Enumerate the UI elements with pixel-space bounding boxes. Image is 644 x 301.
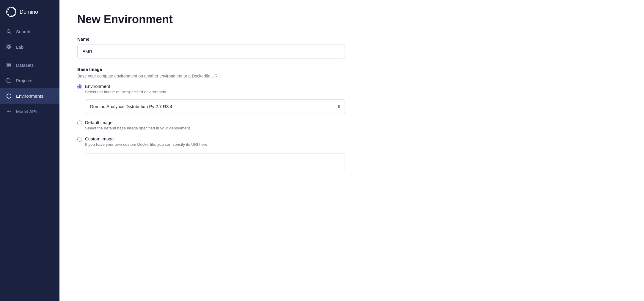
sidebar-item-projects[interactable]: Projects — [0, 73, 59, 88]
sidebar-item-label: Datasets — [16, 63, 34, 68]
svg-point-4 — [14, 14, 15, 15]
main-content: New Environment Name Base Image Base you… — [59, 0, 644, 301]
sidebar-navigation: Search Lab Datasets — [0, 24, 59, 119]
svg-rect-14 — [10, 47, 11, 49]
environments-icon — [6, 93, 12, 99]
radio-default-labels: Default image Select the default base im… — [85, 120, 191, 133]
sidebar-item-lab[interactable]: Lab — [0, 39, 59, 55]
svg-line-10 — [10, 32, 11, 33]
radio-default-label[interactable]: Default image — [85, 120, 191, 125]
sidebar-item-label: Model APIs — [16, 109, 39, 114]
svg-rect-11 — [7, 45, 8, 46]
environment-select-wrapper: Domino Analytics Distribution Py 2.7 R3.… — [85, 99, 345, 113]
name-input[interactable] — [77, 45, 345, 58]
svg-point-8 — [8, 9, 9, 10]
name-label: Name — [77, 37, 345, 42]
radio-section-default: Default image Select the default base im… — [77, 120, 345, 133]
radio-custom-labels: Custom image If you have your own custom… — [85, 136, 208, 150]
model-apis-icon — [6, 108, 12, 114]
new-environment-form: Name Base Image Base your compute enviro… — [77, 37, 345, 171]
svg-rect-12 — [10, 45, 11, 46]
svg-rect-13 — [7, 47, 8, 49]
svg-point-3 — [15, 11, 16, 12]
sidebar-divider — [5, 56, 55, 56]
projects-icon — [6, 77, 12, 83]
radio-option-default: Default image Select the default base im… — [77, 120, 345, 133]
sidebar-item-environments[interactable]: Environments — [0, 88, 59, 104]
svg-point-0 — [7, 7, 16, 17]
radio-environment-description: Select the image of the specified enviro… — [85, 90, 167, 94]
sidebar-item-search[interactable]: Search — [0, 24, 59, 39]
svg-rect-16 — [7, 65, 11, 66]
svg-point-2 — [14, 9, 15, 10]
sidebar: Domino Search Lab — [0, 0, 59, 301]
radio-section-custom: Custom image If you have your own custom… — [77, 136, 345, 171]
radio-custom-label[interactable]: Custom image — [85, 136, 208, 141]
svg-point-6 — [8, 14, 9, 15]
sidebar-item-label: Environments — [16, 94, 43, 99]
search-icon — [6, 28, 12, 34]
radio-environment-labels: Environment Select the image of the spec… — [85, 84, 167, 97]
radio-environment[interactable] — [77, 84, 82, 89]
svg-point-7 — [7, 11, 8, 12]
radio-option-environment: Environment Select the image of the spec… — [77, 84, 345, 97]
svg-rect-15 — [7, 63, 11, 64]
radio-custom[interactable] — [77, 137, 82, 142]
svg-point-5 — [11, 15, 12, 17]
radio-default[interactable] — [77, 121, 82, 125]
radio-environment-label[interactable]: Environment — [85, 84, 167, 89]
sidebar-item-label: Lab — [16, 45, 23, 50]
sidebar-item-model-apis[interactable]: Model APIs — [0, 104, 59, 119]
base-image-description: Base your compute environment on another… — [77, 74, 345, 78]
sidebar-item-datasets[interactable]: Datasets — [0, 57, 59, 73]
lab-icon — [6, 44, 12, 50]
environment-select[interactable]: Domino Analytics Distribution Py 2.7 R3.… — [85, 99, 345, 113]
radio-option-custom: Custom image If you have your own custom… — [77, 136, 345, 150]
domino-logo-icon — [6, 7, 17, 17]
radio-custom-description: If you have your own custom Dockerfile, … — [85, 142, 208, 147]
datasets-icon — [6, 62, 12, 68]
custom-image-input[interactable] — [85, 153, 345, 171]
sidebar-logo[interactable]: Domino — [0, 0, 59, 24]
sidebar-item-label: Search — [16, 29, 30, 34]
svg-point-1 — [11, 7, 12, 8]
base-image-title: Base Image — [77, 67, 345, 72]
radio-section-environment: Environment Select the image of the spec… — [77, 84, 345, 113]
radio-default-description: Select the default base image specified … — [85, 126, 191, 130]
sidebar-item-label: Projects — [16, 78, 32, 83]
sidebar-logo-text: Domino — [20, 9, 38, 15]
page-title: New Environment — [77, 13, 626, 26]
svg-rect-17 — [7, 66, 11, 67]
